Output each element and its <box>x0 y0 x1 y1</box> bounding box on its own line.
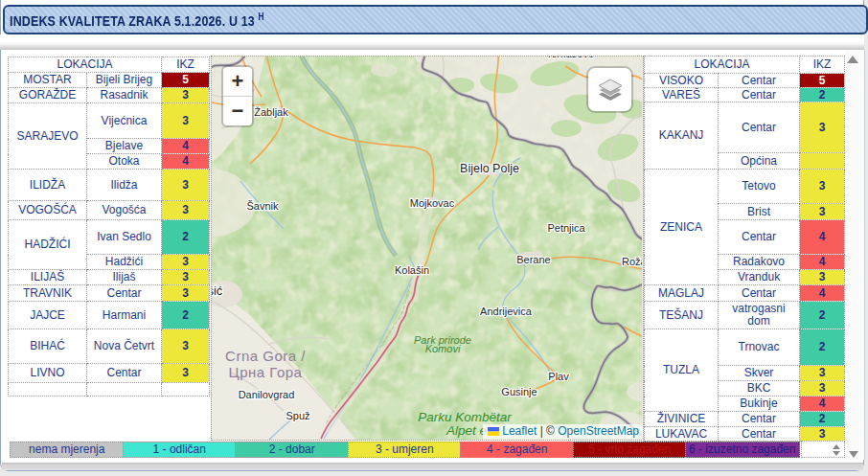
svg-text:Petnjica: Petnjica <box>547 222 585 234</box>
svg-text:Bijelo Polje: Bijelo Polje <box>460 162 519 175</box>
svg-text:Црна Гора: Црна Гора <box>229 364 303 380</box>
svg-text:Tomaševo: Tomaševo <box>546 57 594 59</box>
svg-text:Danilovgrad: Danilovgrad <box>239 389 295 400</box>
svg-text:Alpet e: Alpet e <box>445 423 487 438</box>
svg-text:Plav: Plav <box>548 371 569 382</box>
svg-text:Gusinje: Gusinje <box>501 386 537 397</box>
svg-text:Rožaje: Rožaje <box>622 256 642 267</box>
svg-text:Komovi: Komovi <box>425 343 461 354</box>
svg-text:Šavnik: Šavnik <box>246 200 279 212</box>
svg-text:Mojkovac: Mojkovac <box>410 197 455 209</box>
svg-text:Žabljak: Žabljak <box>254 106 288 118</box>
svg-text:Berane: Berane <box>516 254 550 265</box>
svg-text:Kolašin: Kolašin <box>395 264 429 276</box>
svg-text:Nikšić: Nikšić <box>212 283 223 298</box>
svg-text:Crna Gora /: Crna Gora / <box>225 348 306 364</box>
svg-text:Spuž: Spuž <box>286 410 309 421</box>
svg-text:Andrijevica: Andrijevica <box>480 306 533 317</box>
